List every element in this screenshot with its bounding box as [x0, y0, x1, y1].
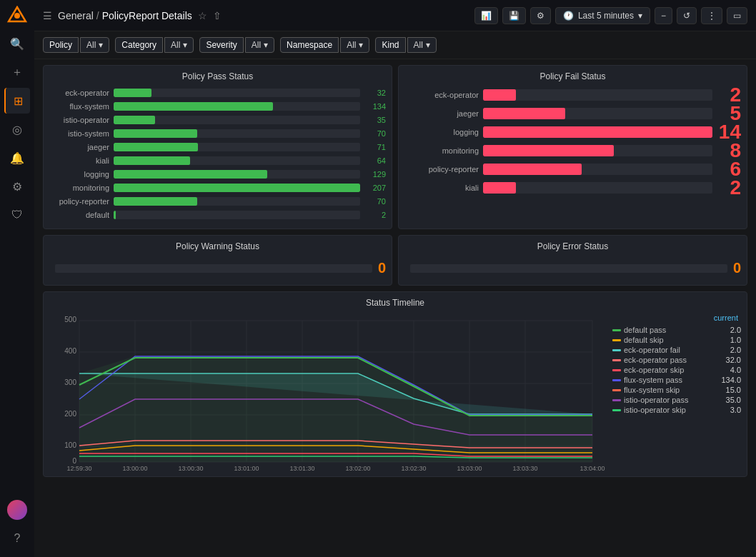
svg-text:13:02:30: 13:02:30: [401, 465, 426, 471]
legend-value: 134.0: [721, 376, 741, 384]
policy-value: All: [86, 40, 96, 50]
legend-color: [612, 349, 621, 351]
bar-label: eck-operator: [49, 89, 114, 97]
chart-svg-container: 500 400 300 200 100 0: [49, 313, 607, 471]
warning-panel-body: 0: [49, 257, 386, 279]
bar-container: [114, 143, 360, 151]
legend-color: [612, 399, 621, 401]
sidebar: 🔍 ＋ ⊞ ◎ 🔔 ⚙ 🛡 ?: [0, 0, 34, 557]
bar-container: [114, 116, 360, 124]
list-item: istio-operator 35: [49, 114, 386, 126]
policy-dropdown[interactable]: All ▾: [80, 37, 109, 53]
severity-label: Severity: [199, 37, 243, 53]
legend-value: 2.0: [730, 326, 741, 334]
bar-container: [114, 170, 360, 179]
legend-value: 32.0: [726, 356, 741, 364]
menu-icon[interactable]: ☰: [43, 10, 52, 21]
list-item: jaeger 71: [49, 141, 386, 153]
list-item: eck-operator 32: [49, 87, 386, 99]
svg-text:13:00:30: 13:00:30: [178, 465, 203, 471]
refresh-button[interactable]: ↺: [677, 7, 697, 24]
sidebar-item-avatar[interactable]: [4, 497, 30, 523]
fail-bar-label: eck-operator: [404, 91, 483, 99]
namespace-dropdown[interactable]: All ▾: [340, 37, 369, 53]
refresh-icon: ↺: [683, 11, 690, 21]
app-logo[interactable]: [7, 6, 27, 28]
bar-container: [114, 129, 360, 138]
share-icon[interactable]: ⇧: [213, 10, 222, 21]
sidebar-item-shield[interactable]: 🛡: [4, 202, 30, 228]
bar-fill: [114, 102, 273, 111]
bar-label: jaeger: [49, 143, 114, 151]
legend-left: default pass: [612, 326, 666, 334]
more-button[interactable]: ⋮: [701, 7, 722, 24]
chart-button[interactable]: 📊: [474, 7, 498, 24]
bar-value: 129: [360, 170, 386, 179]
policy-chevron: ▾: [99, 40, 103, 50]
severity-dropdown[interactable]: All ▾: [245, 37, 274, 53]
more-icon: ⋮: [707, 11, 716, 21]
bar-value: 207: [360, 184, 386, 192]
legend-items: default pass 2.0 default skip 1.0 eck-op…: [612, 325, 741, 415]
sidebar-item-help[interactable]: ?: [4, 526, 30, 551]
settings-button[interactable]: ⚙: [530, 7, 551, 24]
sidebar-item-alerts[interactable]: 🔔: [4, 145, 30, 171]
sidebar-item-add[interactable]: ＋: [4, 59, 30, 85]
error-panel-body: 0: [404, 257, 741, 279]
disk-button[interactable]: 💾: [502, 7, 526, 24]
bar-fill: [114, 211, 116, 219]
legend-left: eck-operator skip: [612, 366, 684, 374]
bar-container: [114, 184, 360, 192]
sidebar-item-search[interactable]: 🔍: [4, 31, 30, 56]
filter-namespace: Namespace All ▾: [280, 37, 369, 53]
kind-dropdown[interactable]: All ▾: [407, 37, 437, 53]
svg-point-1: [14, 13, 20, 19]
topbar: ☰ General / PolicyReport Details ☆ ⇧ 📊 💾…: [34, 0, 756, 31]
legend-name: eck-operator skip: [624, 366, 684, 374]
svg-text:12:59:30: 12:59:30: [66, 465, 91, 471]
fail-bar-label: monitoring: [404, 146, 483, 155]
legend-header: current: [612, 313, 741, 322]
clock-icon: 🕐: [563, 11, 574, 21]
bar-container: [114, 89, 360, 97]
zoom-out-button[interactable]: −: [655, 7, 672, 24]
kind-chevron: ▾: [426, 40, 430, 50]
list-item: flux-system 134: [49, 101, 386, 112]
warning-value: 0: [378, 260, 386, 276]
list-item: logging 129: [49, 169, 386, 180]
list-item: default skip 1.0: [612, 335, 741, 345]
legend-color: [612, 339, 621, 341]
bar-value: 71: [360, 143, 386, 151]
time-picker[interactable]: 🕐 Last 5 minutes ▾: [555, 7, 650, 24]
severity-value: All: [252, 40, 261, 50]
legend-left: eck-operator fail: [612, 346, 680, 354]
gear-icon: ⚙: [537, 11, 544, 21]
bar-label: default: [49, 211, 114, 219]
fail-bar-label: jaeger: [404, 109, 483, 118]
sidebar-item-settings[interactable]: ⚙: [4, 174, 30, 199]
list-item: istio-operator skip 3.0: [612, 405, 741, 415]
error-status-panel: Policy Error Status 0: [398, 235, 747, 286]
bar-value: 64: [360, 156, 386, 165]
list-item: default pass 2.0: [612, 325, 741, 335]
sidebar-item-dashboards[interactable]: ⊞: [4, 88, 30, 114]
fail-bar-fill: [483, 89, 516, 101]
breadcrumb-general[interactable]: General: [58, 10, 94, 21]
namespace-chevron: ▾: [359, 40, 363, 50]
star-icon[interactable]: ☆: [198, 10, 207, 21]
timeline-panel: Status Timeline 500 400 300 200 100 0: [43, 291, 747, 477]
svg-text:300: 300: [64, 378, 76, 386]
category-dropdown[interactable]: All ▾: [164, 37, 194, 53]
list-item: flux-system skip 15.0: [612, 385, 741, 395]
sidebar-item-explore[interactable]: ◎: [4, 116, 30, 142]
list-item: policy-reporter 6: [404, 161, 741, 177]
legend-value: 1.0: [730, 336, 741, 344]
category-value: All: [171, 40, 180, 50]
fail-bar-fill: [483, 182, 516, 194]
svg-text:13:01:00: 13:01:00: [234, 465, 259, 471]
filterbar: Policy All ▾ Category All ▾ Severity All…: [34, 31, 756, 59]
display-button[interactable]: ▭: [727, 7, 747, 24]
topbar-actions: 📊 💾 ⚙ 🕐 Last 5 minutes ▾ − ↺ ⋮: [474, 7, 747, 24]
bar-label: logging: [49, 170, 114, 179]
fail-bar-container: [483, 126, 712, 138]
